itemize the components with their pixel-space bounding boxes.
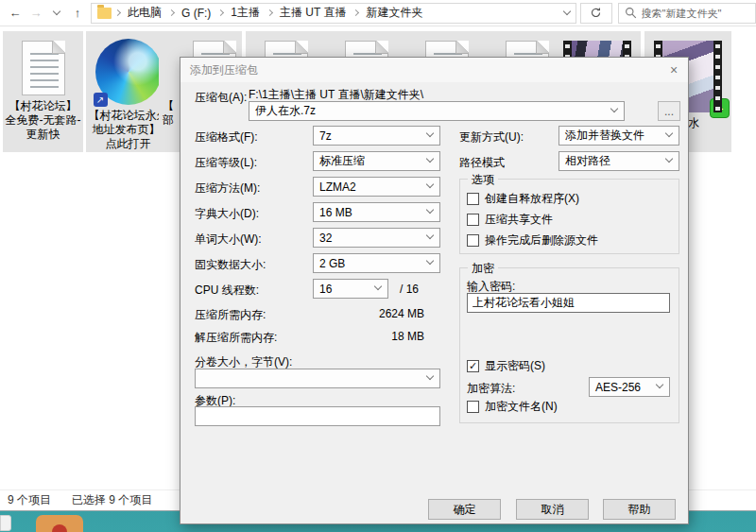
play-icon: ▶ xyxy=(710,98,730,118)
memory-compress-value: 2624 MB xyxy=(313,307,424,320)
text-document-icon xyxy=(22,41,65,95)
field-label: CPU 线程数: xyxy=(195,283,259,299)
field-label: 压缩格式(F): xyxy=(195,129,258,146)
cpu-threads-max: / 16 xyxy=(400,283,419,296)
help-button[interactable]: 帮助 xyxy=(603,499,676,520)
level-select[interactable]: 标准压缩 xyxy=(313,151,440,171)
chevron-down-icon xyxy=(374,283,382,290)
shortcut-arrow-icon: ↗ xyxy=(94,93,108,107)
field-label: 压缩方法(M): xyxy=(195,180,260,197)
show-password-checkbox[interactable]: ✓显示密码(S) xyxy=(467,358,545,374)
add-to-archive-dialog: 添加到压缩包 × 压缩包(A): F:\1主播\主播 UT 直播\新建文件夹\ … xyxy=(180,57,689,524)
archive-label: 压缩包(A): xyxy=(195,90,247,106)
encryption-method-label: 加密算法: xyxy=(467,381,515,397)
word-size-select[interactable]: 32 xyxy=(313,228,440,248)
checkbox-label: 压缩共享文件 xyxy=(485,212,553,228)
field-label: 更新方式(U): xyxy=(459,129,524,146)
method-select[interactable]: LZMA2 xyxy=(313,177,440,197)
checkbox-icon xyxy=(467,214,479,226)
taskbar-app-icon[interactable] xyxy=(0,515,11,531)
breadcrumb-folder-current[interactable]: 新建文件夹 xyxy=(362,5,426,21)
item-count: 9 个项目 xyxy=(8,492,51,508)
memory-decompress-value: 18 MB xyxy=(313,330,424,343)
breadcrumb-separator-icon xyxy=(114,9,121,16)
breadcrumb-separator-icon xyxy=(217,9,224,16)
chevron-down-icon xyxy=(426,129,434,137)
folder-icon xyxy=(97,8,112,19)
encrypt-filenames-checkbox[interactable]: 加密文件名(N) xyxy=(467,399,558,415)
path-mode-select[interactable]: 相对路径 xyxy=(558,151,679,171)
chevron-down-icon xyxy=(610,105,618,112)
breadcrumb-drive[interactable]: G (F:) xyxy=(178,7,215,20)
field-label: 压缩所需内存: xyxy=(195,307,266,323)
chevron-down-icon xyxy=(426,372,434,380)
file-label: 【村花论坛】全免费-无套路-更新快 xyxy=(3,99,83,142)
checkbox-icon xyxy=(467,193,479,205)
format-select[interactable]: 7z xyxy=(313,126,440,146)
encryption-group-title: 加密 xyxy=(468,261,498,277)
chevron-down-icon xyxy=(426,180,434,188)
delete-after-checkbox[interactable]: 操作完成后删除源文件 xyxy=(467,232,598,249)
address-bar[interactable]: 此电脑 G (F:) 1主播 主播 UT 直播 新建文件夹 xyxy=(91,3,576,24)
dialog-titlebar[interactable]: 添加到压缩包 × xyxy=(180,58,688,82)
dialog-title: 添加到压缩包 xyxy=(190,62,258,78)
history-chevron-down-icon[interactable] xyxy=(47,4,66,23)
refresh-button[interactable] xyxy=(580,3,612,24)
checkbox-checked-icon: ✓ xyxy=(467,360,479,372)
up-icon[interactable]: ↑ xyxy=(68,4,87,23)
cpu-threads-select[interactable]: 16 xyxy=(313,279,388,299)
breadcrumb-separator-icon xyxy=(352,9,359,16)
file-label: 【村花论坛永久地址发布页】-点此打开 xyxy=(86,109,170,151)
volume-size-combobox[interactable] xyxy=(195,369,440,388)
breadcrumb-folder-2[interactable]: 主播 UT 直播 xyxy=(276,5,350,21)
field-label: 路径模式 xyxy=(459,155,505,171)
field-label: 压缩等级(L): xyxy=(195,155,257,171)
forward-icon[interactable]: → xyxy=(26,4,45,23)
password-input[interactable] xyxy=(467,293,670,313)
breadcrumb-this-pc[interactable]: 此电脑 xyxy=(124,5,165,21)
checkbox-label: 显示密码(S) xyxy=(485,358,545,374)
address-chevron-down-icon[interactable] xyxy=(563,8,571,15)
desktop-app-icon[interactable] xyxy=(36,515,83,532)
dictionary-size-select[interactable]: 16 MB xyxy=(313,202,440,222)
breadcrumb-folder-1[interactable]: 1主播 xyxy=(227,5,264,21)
back-icon[interactable]: ← xyxy=(6,4,25,23)
field-label: 固实数据大小: xyxy=(195,257,266,273)
app-logo-icon xyxy=(52,524,67,532)
chevron-down-icon xyxy=(426,155,434,163)
field-label: 字典大小(D): xyxy=(195,206,259,222)
search-box[interactable] xyxy=(618,3,756,24)
list-item[interactable]: 【村花论坛】全免费-无套路-更新快 xyxy=(3,31,83,152)
chevron-down-icon xyxy=(665,129,673,137)
selected-count: 已选择 9 个项目 xyxy=(72,492,152,508)
file-label: 【 部 xyxy=(159,99,176,128)
close-icon[interactable]: × xyxy=(660,59,688,81)
breadcrumb-separator-icon xyxy=(168,9,175,16)
browse-button[interactable]: ... xyxy=(658,101,680,121)
cancel-button[interactable]: 取消 xyxy=(516,499,589,520)
parameters-input[interactable] xyxy=(195,406,440,426)
shared-files-checkbox[interactable]: 压缩共享文件 xyxy=(467,212,553,228)
update-mode-select[interactable]: 添加并替换文件 xyxy=(558,126,679,146)
chevron-down-icon xyxy=(656,381,663,388)
encryption-method-select[interactable]: AES-256 xyxy=(589,377,670,397)
chevron-down-icon xyxy=(426,206,434,214)
search-input[interactable] xyxy=(642,8,746,19)
checkbox-label: 操作完成后删除源文件 xyxy=(485,232,598,249)
search-icon xyxy=(625,7,637,19)
create-sfx-checkbox[interactable]: 创建自释放程序(X) xyxy=(467,191,579,207)
checkbox-icon xyxy=(467,401,479,413)
options-group-title: 选项 xyxy=(468,172,498,188)
archive-name-combobox[interactable]: 伊人在水.7z xyxy=(249,101,625,121)
checkbox-icon xyxy=(467,234,479,247)
solid-block-size-select[interactable]: 2 GB xyxy=(313,253,440,273)
chevron-down-icon xyxy=(426,257,434,265)
refresh-icon xyxy=(590,7,602,19)
field-label: 解压缩所需内存: xyxy=(195,330,277,346)
field-label: 单词大小(W): xyxy=(195,232,262,248)
list-item[interactable]: ↗ 【村花论坛永久地址发布页】-点此打开 xyxy=(86,31,170,152)
checkbox-label: 加密文件名(N) xyxy=(485,399,558,415)
explorer-toolbar: ← → ↑ 此电脑 G (F:) 1主播 主播 UT 直播 新建文件夹 xyxy=(0,0,756,26)
ok-button[interactable]: 确定 xyxy=(428,499,501,520)
edge-browser-icon: ↗ xyxy=(95,39,162,105)
